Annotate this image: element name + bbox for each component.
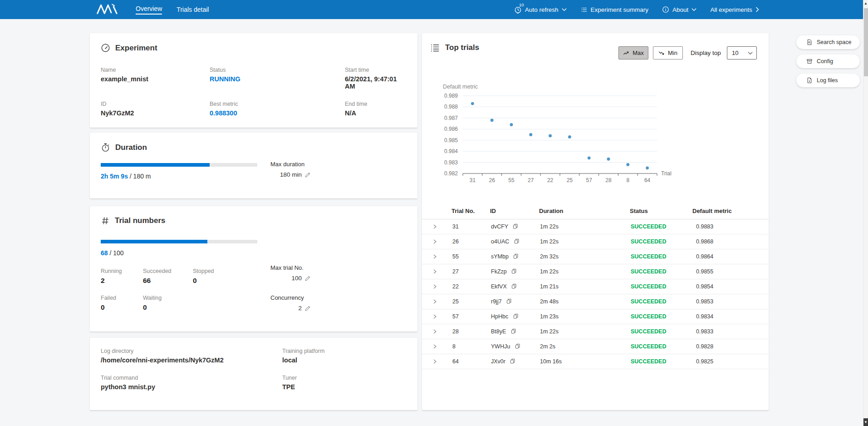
copy-id-icon[interactable] (513, 253, 519, 259)
auto-refresh-menu[interactable]: 10 Auto refresh (514, 6, 567, 14)
table-row[interactable]: 57 HpHbc 1m 23s SUCCEEDED 0.9834 (422, 309, 769, 324)
row-expand-chevron-icon[interactable] (432, 224, 437, 229)
duration-card: Duration 2h 5m 9s / 180 m Max duration 1… (90, 133, 417, 198)
nni-logo-icon[interactable] (95, 3, 122, 15)
cell-default-metric: 0.9833 (696, 324, 713, 339)
copy-id-icon[interactable] (511, 268, 517, 274)
row-expand-chevron-icon[interactable] (432, 239, 437, 244)
copy-id-icon[interactable] (515, 343, 520, 349)
cell-default-metric: 0.9854 (696, 279, 713, 294)
max-duration-field: Max duration 180 min (270, 161, 311, 178)
cell-trial-no: 22 (452, 279, 459, 294)
table-row[interactable]: 31 dvCFY 1m 22s SUCCEEDED 0.9883 (422, 219, 769, 234)
svg-text:Default metric: Default metric (443, 84, 478, 90)
field: Running 2 (101, 268, 143, 285)
all-experiments-link[interactable]: All experiments (710, 6, 759, 13)
experiment-card-title: Experiment (101, 43, 157, 53)
row-expand-chevron-icon[interactable] (432, 344, 437, 349)
cell-duration: 1m 22s (540, 219, 559, 234)
log-files-button[interactable]: Log files (796, 74, 860, 87)
row-expand-chevron-icon[interactable] (432, 269, 437, 274)
copy-id-icon[interactable] (512, 223, 518, 229)
copy-id-icon[interactable] (513, 313, 519, 319)
field-value: local (282, 357, 407, 364)
copy-id-icon[interactable] (510, 328, 516, 334)
svg-text:22: 22 (547, 177, 554, 183)
cell-trial-id: FkZzp (491, 264, 517, 279)
cell-trial-id: dvCFY (491, 219, 518, 234)
field-label: Waiting (143, 295, 193, 301)
cell-trial-no: 64 (452, 354, 459, 369)
table-row[interactable]: 55 sYMbp 2m 32s SUCCEEDED 0.9864 (422, 249, 769, 264)
table-row[interactable]: 64 JXv0r 10m 16s SUCCEEDED 0.9825 (422, 354, 769, 369)
page-scrollbar[interactable]: ▲ ▼ (863, 0, 868, 426)
table-row[interactable]: 25 r9jj7 2m 48s SUCCEEDED 0.9853 (422, 294, 769, 309)
field-label: Log directory (101, 348, 282, 354)
copy-id-icon[interactable] (510, 358, 515, 364)
row-expand-chevron-icon[interactable] (432, 314, 437, 319)
trend-down-icon (658, 50, 665, 56)
copy-id-icon[interactable] (514, 238, 520, 244)
field-value: N/A (345, 109, 407, 117)
svg-text:28: 28 (605, 177, 612, 183)
cell-status: SUCCEEDED (631, 309, 667, 324)
nav-trials-detail[interactable]: Trials detail (177, 6, 209, 13)
about-menu[interactable]: About (662, 6, 696, 13)
row-expand-chevron-icon[interactable] (432, 299, 437, 304)
table-row[interactable]: 26 o4UAC 1m 22s SUCCEEDED 0.9868 (422, 234, 769, 249)
svg-text:0.982: 0.982 (444, 170, 458, 177)
cell-trial-id: JXv0r (491, 354, 515, 369)
table-row[interactable]: 28 Bt8yE 1m 22s SUCCEEDED 0.9833 (422, 324, 769, 339)
cell-trial-no: 28 (452, 324, 459, 339)
cell-duration: 1m 23s (540, 309, 559, 324)
row-expand-chevron-icon[interactable] (432, 284, 437, 289)
cell-duration: 1m 21s (540, 279, 559, 294)
log-file-icon (806, 77, 813, 84)
cell-default-metric: 0.9825 (696, 354, 713, 369)
nav-overview[interactable]: Overview (136, 5, 162, 15)
cell-trial-no: 27 (452, 264, 459, 279)
minimize-metric-button[interactable]: Min (653, 46, 683, 59)
cell-default-metric: 0.9834 (696, 309, 713, 324)
table-row[interactable]: 8 YWHJu 2m 2s SUCCEEDED 0.9828 (422, 339, 769, 354)
search-space-button[interactable]: Search space (796, 35, 860, 49)
field-label: ID (101, 101, 210, 107)
field-label: Training platform (282, 348, 407, 354)
row-expand-chevron-icon[interactable] (432, 329, 437, 334)
field: Waiting 0 (143, 295, 193, 312)
experiment-summary-button[interactable]: Experiment summary (580, 6, 649, 13)
display-top-dropdown[interactable]: 10 (727, 46, 757, 59)
table-header: Trial No. ID Duration Status Default met… (422, 203, 769, 219)
copy-id-icon[interactable] (511, 283, 517, 289)
chevron-right-icon (755, 7, 759, 12)
copy-id-icon[interactable] (506, 298, 512, 304)
table-row[interactable]: 22 EkfVX 1m 21s SUCCEEDED 0.9854 (422, 279, 769, 294)
field: Trial command python3 mnist.py (101, 375, 282, 391)
row-expand-chevron-icon[interactable] (432, 254, 437, 259)
field: Status RUNNING (210, 67, 345, 90)
scrollbar-thumb[interactable] (864, 8, 868, 76)
scroll-down-arrow-icon[interactable]: ▼ (863, 418, 868, 426)
svg-text:57: 57 (586, 177, 593, 183)
cell-trial-no: 31 (452, 219, 459, 234)
row-expand-chevron-icon[interactable] (432, 359, 437, 364)
refresh-clock-icon: 10 (514, 6, 522, 14)
field-value: python3 mnist.py (101, 383, 282, 391)
svg-text:0.989: 0.989 (444, 93, 458, 99)
duration-progress-text: 2h 5m 9s / 180 m (101, 173, 151, 180)
cell-duration: 1m 22s (540, 324, 559, 339)
scroll-up-arrow-icon[interactable]: ▲ (863, 0, 868, 7)
field: Log directory /home/core/nni-experiments… (101, 348, 282, 364)
edit-pencil-icon[interactable] (304, 171, 311, 178)
config-button[interactable]: Config (796, 54, 860, 68)
field-label: Succeeded (143, 268, 193, 274)
edit-pencil-icon[interactable] (304, 305, 311, 312)
maximize-metric-button[interactable]: Max (618, 46, 648, 59)
refresh-interval-badge: 10 (519, 2, 524, 7)
trials-progress-bar (101, 240, 257, 243)
field: Name example_mnist (101, 67, 210, 90)
table-row[interactable]: 27 FkZzp 1m 22s SUCCEEDED 0.9855 (422, 264, 769, 279)
edit-pencil-icon[interactable] (304, 275, 311, 282)
field-value: Nyk7GzM2 (101, 109, 210, 117)
auto-refresh-label: Auto refresh (525, 6, 559, 13)
